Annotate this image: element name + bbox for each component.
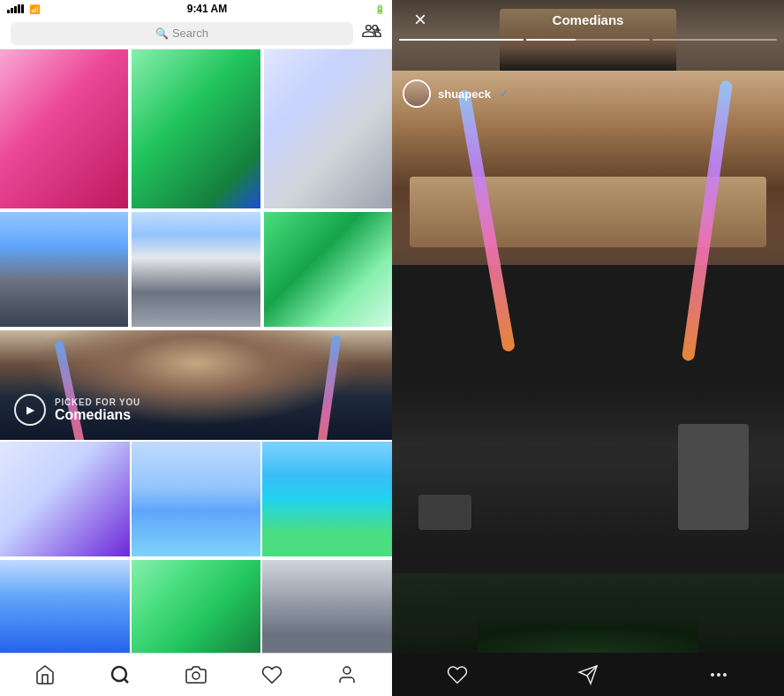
left-panel: 📶 9:41 AM 🔋 🔍 Search <box>0 0 392 696</box>
progress-bar-1 <box>399 39 524 41</box>
wifi-icon: 📶 <box>29 4 40 14</box>
search-placeholder: Search <box>172 26 208 40</box>
grid-cell-sky[interactable] <box>132 442 261 556</box>
featured-text: PICKED FOR YOU Comedians <box>55 397 140 423</box>
progress-bar-2 <box>526 39 651 41</box>
story-send-button[interactable] <box>569 655 607 694</box>
status-right: 🔋 <box>374 4 385 14</box>
grid-cell-car[interactable] <box>264 212 392 327</box>
grid-cell-plane[interactable] <box>0 560 130 653</box>
search-bar: 🔍 Search <box>0 18 392 49</box>
status-time: 9:41 AM <box>187 3 228 15</box>
right-bottom-bar <box>392 653 784 696</box>
grid-cell-mountains[interactable] <box>132 212 260 327</box>
story-main-image[interactable] <box>392 71 784 548</box>
featured-title: Comedians <box>55 407 140 423</box>
avatar <box>403 79 431 108</box>
nav-camera[interactable] <box>177 655 215 694</box>
grid-row-1 <box>0 49 392 208</box>
grid-row-3 <box>0 442 392 556</box>
svg-point-2 <box>112 667 126 681</box>
featured-overlay: ▶ PICKED FOR YOU Comedians <box>14 394 140 426</box>
play-button[interactable]: ▶ <box>14 394 46 426</box>
photo-grid: ▶ PICKED FOR YOU Comedians <box>0 49 392 653</box>
story-header: × Comedians <box>392 0 784 39</box>
bottom-nav <box>0 653 392 696</box>
right-panel: × Comedians shuapeck ✓ <box>392 0 784 696</box>
grid-cell-carnival[interactable] <box>262 442 392 556</box>
progress-bar-3 <box>652 39 777 41</box>
grid-row-4 <box>0 560 392 653</box>
grid-cell-girl[interactable] <box>0 442 130 556</box>
svg-point-9 <box>723 673 727 677</box>
search-input-wrap[interactable]: 🔍 Search <box>11 22 353 45</box>
status-bar: 📶 9:41 AM 🔋 <box>0 0 392 18</box>
nav-profile[interactable] <box>328 655 366 694</box>
svg-line-3 <box>124 679 128 683</box>
grid-cell-table[interactable] <box>264 49 392 208</box>
svg-point-5 <box>343 667 351 674</box>
signal-strength <box>7 4 24 13</box>
nav-search[interactable] <box>101 655 139 694</box>
story-heart-button[interactable] <box>438 655 477 694</box>
progress-bars <box>399 39 777 41</box>
grid-row-2 <box>0 212 392 327</box>
story-title: Comedians <box>553 12 624 27</box>
status-left: 📶 <box>7 4 40 14</box>
grid-cell-park[interactable] <box>132 49 260 208</box>
battery-icon: 🔋 <box>374 4 385 14</box>
grid-cell-bridge[interactable] <box>0 212 128 327</box>
close-button[interactable]: × <box>406 5 434 34</box>
grid-cell-street[interactable] <box>262 560 392 653</box>
grid-cell-leaves[interactable] <box>132 560 261 653</box>
nav-heart[interactable] <box>253 655 291 694</box>
nav-home[interactable] <box>26 655 64 694</box>
svg-point-4 <box>192 672 200 679</box>
grid-cell-flower[interactable] <box>0 49 128 208</box>
story-user[interactable]: shuapeck ✓ <box>403 79 509 108</box>
add-person-button[interactable] <box>362 21 381 45</box>
story-bottom <box>392 573 784 653</box>
search-icon: 🔍 <box>155 27 169 40</box>
svg-point-8 <box>717 673 720 677</box>
picked-for-you-label: PICKED FOR YOU <box>55 397 140 407</box>
svg-point-10 <box>711 673 714 677</box>
story-more-button[interactable] <box>699 655 738 694</box>
featured-video[interactable]: ▶ PICKED FOR YOU Comedians <box>0 330 392 440</box>
story-username: shuapeck <box>438 87 491 101</box>
verified-badge: ✓ <box>500 87 509 100</box>
